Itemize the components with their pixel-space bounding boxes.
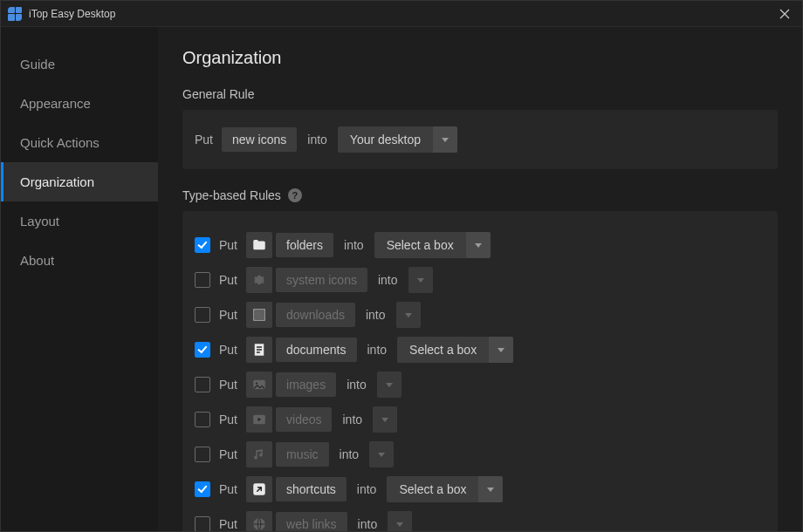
- chevron-down-icon: [377, 372, 402, 398]
- image-icon: [246, 372, 272, 398]
- rule-type-label: documents: [276, 338, 356, 362]
- globe-icon: [246, 511, 272, 531]
- rule-checkbox[interactable]: [195, 307, 210, 323]
- svg-point-2: [256, 382, 257, 384]
- into-label: into: [357, 482, 377, 496]
- put-label: Put: [219, 378, 237, 392]
- sidebar-item-organization[interactable]: Organization: [1, 162, 158, 201]
- sidebar-item-layout[interactable]: Layout: [1, 201, 158, 241]
- rule-checkbox[interactable]: [195, 342, 210, 358]
- shortcut-icon: [246, 476, 272, 502]
- sidebar-item-appearance[interactable]: Appearance: [1, 84, 158, 123]
- rule-row-music: Putmusicinto: [195, 441, 765, 467]
- content: Organization General Rule Put new icons …: [158, 27, 802, 531]
- sidebar: GuideAppearanceQuick ActionsOrganization…: [1, 27, 158, 531]
- put-label: Put: [219, 413, 237, 426]
- rule-target-select[interactable]: Select a box: [397, 337, 513, 363]
- put-label: Put: [219, 308, 237, 322]
- rule-row-system-icons: Putsystem iconsinto: [195, 267, 765, 293]
- rule-type-label: folders: [276, 233, 333, 257]
- download-icon: [246, 302, 272, 328]
- select-value: Select a box: [374, 238, 466, 252]
- rule-type-label: shortcuts: [276, 477, 347, 501]
- general-rule-label: General Rule: [182, 87, 778, 101]
- rule-checkbox[interactable]: [195, 412, 210, 427]
- chevron-down-icon: [466, 232, 491, 258]
- app-icon: [8, 7, 22, 21]
- put-label: Put: [219, 517, 237, 531]
- rule-type-label: music: [276, 442, 329, 467]
- chevron-down-icon: [369, 441, 394, 467]
- rule-type-label: downloads: [276, 303, 355, 327]
- into-label: into: [307, 133, 327, 147]
- rule-row-shortcuts: PutshortcutsintoSelect a box: [195, 476, 765, 502]
- into-label: into: [342, 413, 362, 426]
- chevron-down-icon: [478, 476, 503, 502]
- close-button[interactable]: [767, 1, 802, 27]
- rule-target-select[interactable]: Select a box: [387, 476, 503, 502]
- chevron-down-icon: [396, 302, 421, 328]
- chevron-down-icon: [388, 511, 412, 531]
- into-label: into: [358, 517, 378, 531]
- sidebar-item-quick-actions[interactable]: Quick Actions: [1, 123, 158, 162]
- rule-type-label: videos: [276, 407, 332, 432]
- general-rule-panel: Put new icons into Your desktop: [182, 110, 778, 169]
- chevron-down-icon: [433, 126, 457, 153]
- type-rules-label: Type-based Rules ?: [182, 188, 778, 202]
- rule-row-documents: PutdocumentsintoSelect a box: [195, 337, 765, 363]
- rule-target-select[interactable]: Select a box: [374, 232, 491, 258]
- select-value: Select a box: [387, 482, 478, 496]
- rule-checkbox[interactable]: [195, 237, 210, 253]
- title-bar: iTop Easy Desktop: [1, 1, 802, 27]
- put-label: Put: [219, 273, 237, 287]
- rule-target-select: [373, 406, 397, 433]
- app-title: iTop Easy Desktop: [29, 8, 115, 20]
- into-label: into: [347, 378, 367, 392]
- rule-row-folders: PutfoldersintoSelect a box: [195, 232, 765, 258]
- rule-row-videos: Putvideosinto: [195, 406, 765, 433]
- rule-target-select: [396, 302, 421, 328]
- put-label: Put: [219, 482, 237, 496]
- put-label: Put: [219, 447, 237, 461]
- new-icons-pill: new icons: [222, 127, 297, 152]
- rule-checkbox[interactable]: [195, 377, 210, 392]
- help-icon[interactable]: ?: [288, 188, 302, 202]
- rule-checkbox[interactable]: [195, 272, 210, 288]
- rule-type-label: system icons: [276, 268, 367, 292]
- folder-icon: [246, 232, 272, 258]
- rule-row-web-links: Putweb linksinto: [195, 511, 765, 531]
- rule-checkbox[interactable]: [195, 447, 210, 462]
- rule-target-select: [369, 441, 394, 467]
- close-icon: [779, 9, 790, 19]
- rule-row-downloads: Putdownloadsinto: [195, 302, 765, 328]
- put-label: Put: [219, 343, 237, 357]
- put-label: Put: [195, 133, 213, 147]
- type-rules-panel: PutfoldersintoSelect a boxPutsystem icon…: [182, 211, 778, 531]
- rule-target-select: [408, 267, 433, 293]
- video-icon: [246, 406, 272, 433]
- into-label: into: [366, 308, 386, 322]
- rule-checkbox[interactable]: [195, 516, 210, 531]
- rule-row-images: Putimagesinto: [195, 372, 765, 398]
- rule-target-select: [388, 511, 412, 531]
- put-label: Put: [219, 238, 237, 252]
- chevron-down-icon: [408, 267, 433, 293]
- rule-checkbox[interactable]: [195, 481, 210, 497]
- into-label: into: [367, 343, 388, 357]
- into-label: into: [344, 238, 364, 252]
- select-value: Select a box: [397, 343, 489, 357]
- music-icon: [246, 441, 272, 467]
- chevron-down-icon: [489, 337, 513, 363]
- sidebar-item-about[interactable]: About: [1, 241, 158, 280]
- gear-icon: [246, 267, 272, 293]
- document-icon: [246, 337, 272, 363]
- rule-type-label: images: [276, 372, 336, 397]
- general-target-select[interactable]: Your desktop: [338, 126, 457, 153]
- sidebar-item-guide[interactable]: Guide: [1, 44, 158, 84]
- select-value: Your desktop: [338, 133, 433, 147]
- rule-target-select: [377, 372, 402, 398]
- type-rules-text: Type-based Rules: [182, 188, 281, 202]
- page-title: Organization: [182, 48, 778, 68]
- into-label: into: [378, 273, 398, 287]
- chevron-down-icon: [373, 406, 397, 433]
